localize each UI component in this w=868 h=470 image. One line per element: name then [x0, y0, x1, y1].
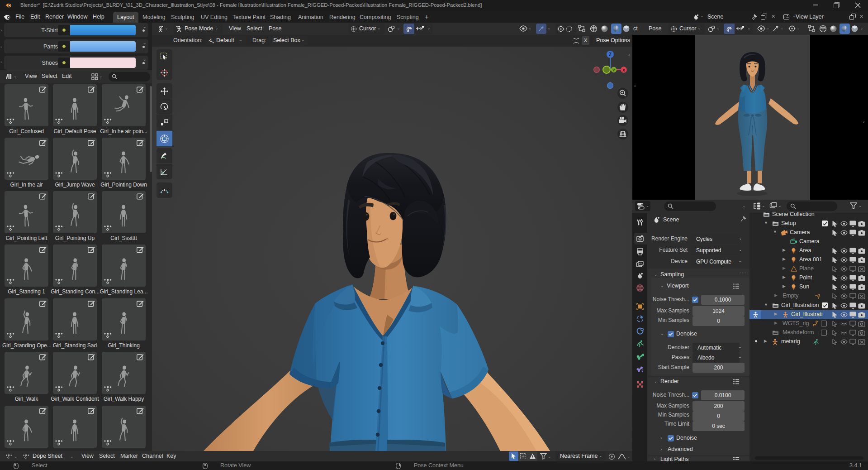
svg-text:Z: Z [609, 52, 612, 57]
svg-text:X: X [622, 68, 625, 72]
svg-text:Y: Y [612, 68, 615, 72]
